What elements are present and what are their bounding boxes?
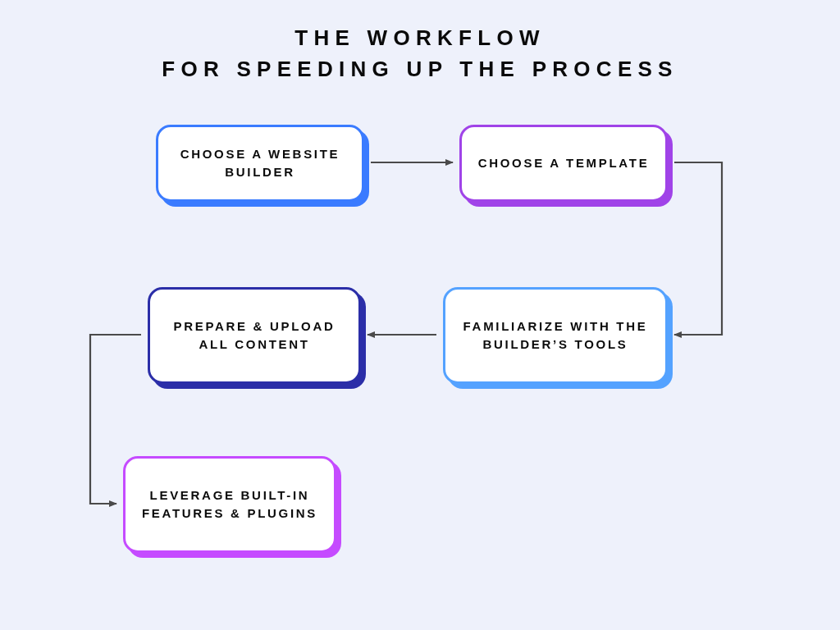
step-4-label: PREPARE & UPLOAD ALL CONTENT xyxy=(165,317,344,354)
step-5-box: LEVERAGE BUILT-IN FEATURES & PLUGINS xyxy=(123,456,336,553)
title-line-1: The workflow xyxy=(294,25,545,50)
step-2-label: CHOOSE A TEMPLATE xyxy=(478,154,650,173)
step-1-label: CHOOSE A WEBSITE BUILDER xyxy=(173,145,347,182)
arrow-2-to-3 xyxy=(674,162,722,335)
step-2-box: CHOOSE A TEMPLATE xyxy=(459,125,668,202)
step-1-box: CHOOSE A WEBSITE BUILDER xyxy=(156,125,364,202)
step-4-box: PREPARE & UPLOAD ALL CONTENT xyxy=(148,287,361,384)
step-5-label: LEVERAGE BUILT-IN FEATURES & PLUGINS xyxy=(140,486,319,523)
diagram-title: The workflow for speeding up the process xyxy=(0,23,840,84)
step-3-label: FAMILIARIZE WITH THE BUILDER’S TOOLS xyxy=(460,317,651,354)
step-3-box: FAMILIARIZE WITH THE BUILDER’S TOOLS xyxy=(443,287,668,384)
title-line-2: for speeding up the process xyxy=(162,57,678,81)
